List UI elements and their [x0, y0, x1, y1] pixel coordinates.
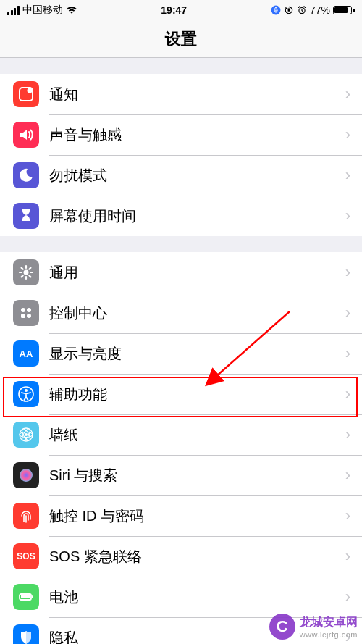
svg-point-0 — [272, 6, 281, 15]
accessibility-icon — [13, 381, 39, 407]
settings-group-2: 通用 › 控制中心 › AA 显示与亮度 › 辅助功能 › 墙纸 › Siri … — [0, 252, 362, 644]
sounds-icon — [13, 122, 39, 148]
privacy-icon — [13, 624, 39, 644]
battery-icon — [333, 6, 355, 14]
row-label: 控制中心 — [49, 304, 345, 323]
chevron-right-icon: › — [345, 263, 350, 282]
svg-rect-19 — [32, 595, 33, 598]
row-label: 声音与触感 — [49, 125, 345, 145]
row-battery[interactable]: 电池 › — [0, 577, 362, 617]
orientation-lock-icon — [284, 5, 294, 15]
chevron-right-icon: › — [345, 506, 350, 525]
carrier-label: 中国移动 — [22, 4, 63, 17]
battery-setting-icon — [13, 584, 39, 610]
row-display[interactable]: AA 显示与亮度 › — [0, 333, 362, 374]
battery-percent: 77% — [310, 4, 330, 16]
chevron-right-icon: › — [345, 85, 350, 104]
chevron-right-icon: › — [345, 466, 350, 485]
chevron-right-icon: › — [345, 587, 350, 606]
svg-point-4 — [28, 88, 33, 93]
screentime-icon — [13, 203, 39, 229]
row-control-center[interactable]: 控制中心 › — [0, 293, 362, 333]
settings-group-1: 通知 › 声音与触感 › 勿扰模式 › 屏幕使用时间 › — [0, 74, 362, 236]
nav-header: 设置 — [0, 20, 362, 58]
row-general[interactable]: 通用 › — [0, 252, 362, 293]
svg-point-11 — [25, 389, 28, 392]
row-label: 通知 — [49, 85, 345, 104]
status-time: 19:47 — [161, 4, 187, 16]
signal-icon — [7, 6, 20, 15]
chevron-right-icon: › — [345, 166, 350, 185]
siri-icon — [13, 462, 39, 488]
svg-rect-20 — [21, 595, 30, 598]
alarm-icon — [297, 5, 307, 15]
chevron-right-icon: › — [345, 385, 350, 403]
row-label: 辅助功能 — [49, 385, 345, 404]
row-label: 电池 — [49, 587, 345, 607]
svg-rect-8 — [21, 314, 25, 318]
svg-point-17 — [20, 469, 33, 482]
svg-point-6 — [21, 308, 25, 312]
wallpaper-icon — [13, 422, 39, 448]
sos-icon: SOS — [13, 543, 39, 569]
row-label: 显示与亮度 — [49, 344, 345, 364]
dnd-icon — [13, 162, 39, 188]
row-label: 勿扰模式 — [49, 166, 345, 185]
row-notifications[interactable]: 通知 › — [0, 74, 362, 114]
svg-rect-1 — [288, 9, 290, 12]
row-screentime[interactable]: 屏幕使用时间 › — [0, 196, 362, 236]
display-icon: AA — [13, 340, 39, 367]
chevron-right-icon: › — [345, 206, 350, 225]
chevron-right-icon: › — [345, 344, 350, 363]
status-bar: 中国移动 19:47 77% — [0, 0, 362, 20]
svg-point-13 — [25, 433, 28, 436]
row-label: SOS 紧急联络 — [49, 547, 345, 566]
watermark-url: www.lcjrfg.com — [300, 630, 358, 639]
row-dnd[interactable]: 勿扰模式 › — [0, 155, 362, 196]
row-label: 通用 — [49, 263, 345, 283]
row-label: 屏幕使用时间 — [49, 206, 345, 226]
chevron-right-icon: › — [345, 125, 350, 144]
watermark-text: 龙城安卓网 — [300, 615, 358, 630]
svg-point-5 — [24, 270, 29, 275]
row-sounds[interactable]: 声音与触感 › — [0, 114, 362, 155]
row-siri[interactable]: Siri 与搜索 › — [0, 455, 362, 495]
chevron-right-icon: › — [345, 425, 350, 444]
control-center-icon — [13, 300, 39, 326]
watermark-logo: C — [269, 614, 295, 640]
general-icon — [13, 259, 39, 285]
row-label: 触控 ID 与密码 — [49, 506, 345, 526]
svg-point-9 — [27, 314, 31, 318]
row-label: 墙纸 — [49, 425, 345, 445]
row-label: Siri 与搜索 — [49, 466, 345, 485]
page-title: 设置 — [165, 28, 197, 50]
mic-indicator-icon — [271, 5, 281, 15]
row-wallpaper[interactable]: 墙纸 › — [0, 414, 362, 455]
touchid-icon — [13, 503, 39, 529]
notifications-icon — [13, 81, 39, 107]
wifi-icon — [66, 6, 77, 14]
chevron-right-icon: › — [345, 547, 350, 566]
row-sos[interactable]: SOS SOS 紧急联络 › — [0, 536, 362, 577]
row-accessibility[interactable]: 辅助功能 › — [0, 374, 362, 414]
svg-rect-7 — [27, 308, 31, 312]
row-touchid[interactable]: 触控 ID 与密码 › — [0, 495, 362, 536]
chevron-right-icon: › — [345, 304, 350, 322]
watermark: C 龙城安卓网 www.lcjrfg.com — [269, 614, 358, 640]
